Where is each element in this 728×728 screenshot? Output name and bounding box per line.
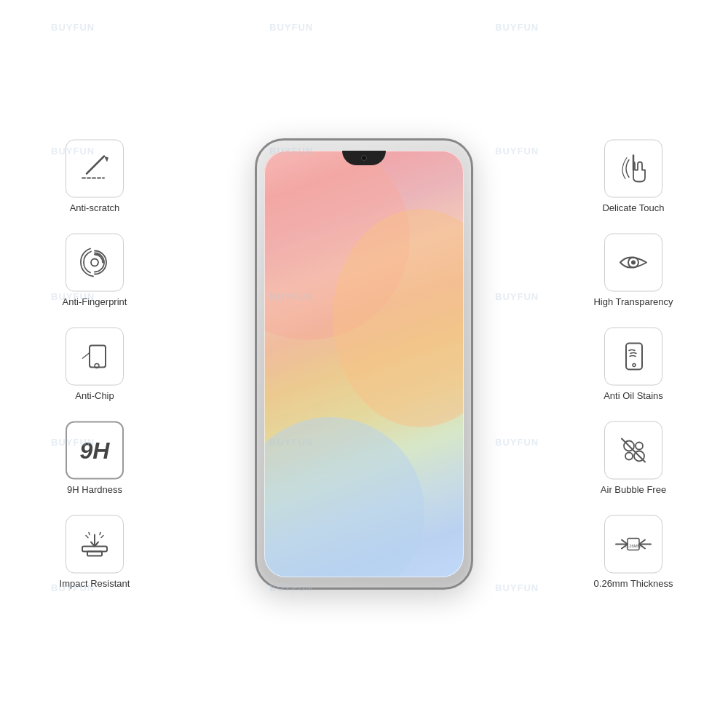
svg-line-10 — [86, 536, 88, 538]
feature-delicate-touch: Delicate Touch — [602, 140, 664, 213]
feature-anti-fingerprint: Anti-Fingerprint — [63, 234, 127, 307]
anti-chip-icon-box — [66, 328, 124, 386]
features-left: Anti-scratch Anti-Fingerprint — [22, 140, 167, 589]
feature-air-bubble-free: Air Bubble Free — [601, 422, 666, 495]
feature-9h-hardness: 9H 9H Hardness — [66, 422, 124, 495]
scratch-icon — [76, 151, 113, 187]
thickness-label: 0.26mm Thickness — [594, 578, 673, 589]
thickness-icon: 0.26MM — [612, 526, 655, 563]
svg-point-15 — [631, 261, 636, 265]
volume-up-button — [255, 253, 256, 290]
feature-impact-resistant: Impact Resistant — [60, 515, 130, 589]
power-button — [472, 228, 473, 272]
phone-notch — [342, 151, 386, 165]
eye-icon — [614, 244, 652, 282]
watermark: BUYFUN — [51, 22, 95, 33]
air-bubble-label: Air Bubble Free — [601, 484, 666, 495]
anti-scratch-label: Anti-scratch — [70, 202, 120, 213]
impact-icon — [75, 526, 114, 563]
phone-device — [255, 138, 473, 590]
watermark: BUYFUN — [495, 146, 539, 157]
9h-hardness-icon-box: 9H — [66, 422, 124, 480]
svg-line-5 — [82, 353, 90, 359]
touch-icon — [614, 150, 652, 188]
front-camera — [361, 155, 367, 161]
svg-line-13 — [100, 533, 100, 535]
svg-line-12 — [89, 533, 90, 535]
phone-body — [255, 138, 473, 590]
feature-high-transparency: High Transparency — [593, 234, 673, 307]
watermark: BUYFUN — [495, 291, 539, 302]
watermark: BUYFUN — [269, 22, 313, 33]
feature-anti-oil: Anti Oil Stains — [604, 328, 663, 401]
svg-rect-7 — [82, 547, 107, 552]
main-container: BUYFUN BUYFUN BUYFUN BUYFUN BUYFUN BUYFU… — [0, 0, 728, 728]
svg-line-22 — [622, 439, 645, 462]
anti-chip-label: Anti-Chip — [75, 390, 114, 401]
impact-resistant-label: Impact Resistant — [60, 578, 130, 589]
watermark: BUYFUN — [495, 582, 539, 593]
svg-line-0 — [87, 157, 104, 174]
bubble-icon — [614, 432, 652, 470]
svg-line-11 — [101, 536, 103, 538]
delicate-touch-icon-box — [604, 140, 662, 198]
svg-text:0.26MM: 0.26MM — [625, 544, 641, 548]
anti-oil-icon-box — [604, 328, 662, 386]
phone-screen — [264, 151, 464, 577]
oil-stain-icon — [614, 338, 652, 376]
9h-hardness-label: 9H Hardness — [67, 484, 122, 495]
high-transparency-icon-box — [604, 234, 662, 292]
delicate-touch-label: Delicate Touch — [602, 202, 664, 213]
volume-down-button — [255, 297, 256, 333]
anti-scratch-icon-box — [66, 140, 124, 198]
svg-point-19 — [636, 443, 643, 450]
svg-point-20 — [625, 453, 633, 460]
svg-rect-8 — [87, 552, 102, 556]
svg-point-17 — [633, 364, 636, 367]
watermark: BUYFUN — [495, 22, 539, 33]
thickness-icon-box: 0.26MM — [604, 515, 662, 574]
9h-text: 9H — [80, 437, 110, 464]
svg-point-3 — [91, 259, 98, 266]
chip-icon — [76, 339, 113, 375]
screen-decoration-3 — [264, 417, 424, 577]
anti-fingerprint-label: Anti-Fingerprint — [63, 296, 127, 307]
air-bubble-icon-box — [604, 422, 662, 480]
mute-button — [255, 221, 256, 242]
features-right: Delicate Touch High Transparency — [553, 140, 713, 589]
impact-resistant-icon-box — [66, 515, 124, 574]
anti-fingerprint-icon-box — [66, 234, 124, 292]
high-transparency-label: High Transparency — [593, 296, 673, 307]
feature-anti-chip: Anti-Chip — [66, 328, 124, 401]
svg-marker-1 — [104, 157, 108, 162]
fingerprint-icon — [75, 243, 114, 282]
anti-oil-label: Anti Oil Stains — [604, 390, 663, 401]
feature-thickness: 0.26MM 0.26mm Thickness — [594, 515, 673, 589]
feature-anti-scratch: Anti-scratch — [66, 140, 124, 213]
watermark: BUYFUN — [495, 437, 539, 448]
